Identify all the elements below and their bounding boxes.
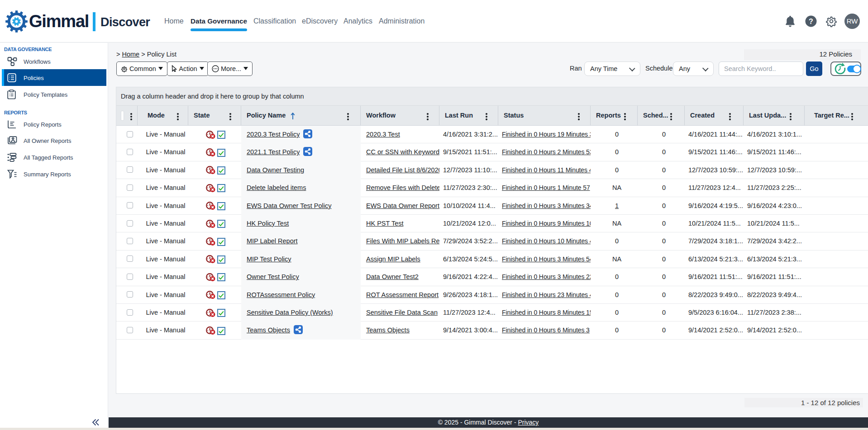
svg-text:?: ? [809,18,813,25]
